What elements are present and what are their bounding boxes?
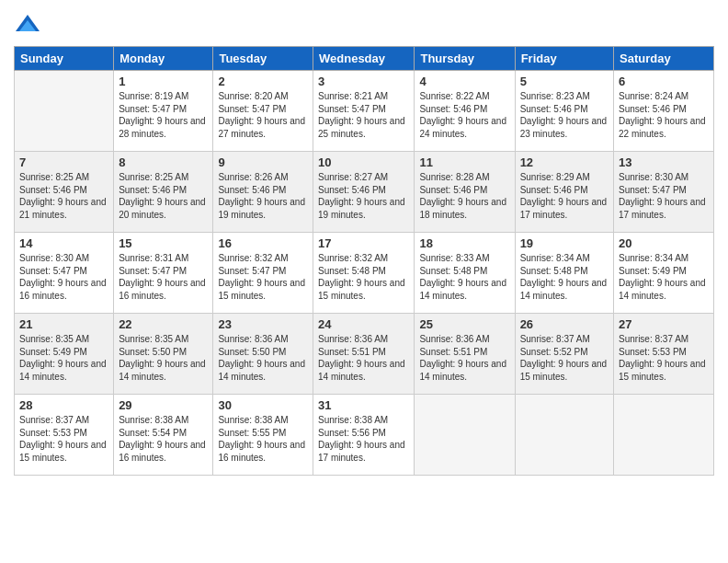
calendar-cell: 20Sunrise: 8:34 AMSunset: 5:49 PMDayligh… — [614, 233, 714, 314]
logo — [14, 13, 45, 40]
calendar-cell: 23Sunrise: 8:36 AMSunset: 5:50 PMDayligh… — [213, 314, 313, 395]
main-container: SundayMondayTuesdayWednesdayThursdayFrid… — [0, 0, 728, 485]
calendar-cell: 25Sunrise: 8:36 AMSunset: 5:51 PMDayligh… — [415, 314, 515, 395]
calendar-header-saturday: Saturday — [614, 47, 714, 71]
calendar-week-1: 7Sunrise: 8:25 AMSunset: 5:46 PMDaylight… — [15, 152, 714, 233]
calendar-cell: 22Sunrise: 8:35 AMSunset: 5:50 PMDayligh… — [114, 314, 213, 395]
day-info: Sunrise: 8:37 AMSunset: 5:53 PMDaylight:… — [619, 333, 709, 383]
calendar-cell: 28Sunrise: 8:37 AMSunset: 5:53 PMDayligh… — [15, 395, 114, 476]
calendar-header-sunday: Sunday — [15, 47, 114, 71]
header — [14, 9, 714, 40]
day-number: 30 — [218, 398, 308, 412]
day-number: 1 — [119, 75, 208, 88]
day-info: Sunrise: 8:26 AMSunset: 5:46 PMDaylight:… — [218, 171, 308, 221]
day-info: Sunrise: 8:36 AMSunset: 5:51 PMDaylight:… — [318, 333, 409, 383]
day-info: Sunrise: 8:27 AMSunset: 5:46 PMDaylight:… — [318, 171, 409, 221]
day-info: Sunrise: 8:38 AMSunset: 5:55 PMDaylight:… — [218, 414, 308, 464]
day-number: 21 — [19, 317, 108, 331]
calendar-cell: 21Sunrise: 8:35 AMSunset: 5:49 PMDayligh… — [15, 314, 114, 395]
logo-icon — [14, 13, 41, 40]
day-number: 28 — [19, 398, 108, 412]
calendar-cell: 29Sunrise: 8:38 AMSunset: 5:54 PMDayligh… — [114, 395, 213, 476]
calendar-cell — [515, 395, 613, 476]
calendar-cell: 9Sunrise: 8:26 AMSunset: 5:46 PMDaylight… — [213, 152, 313, 233]
day-info: Sunrise: 8:24 AMSunset: 5:46 PMDaylight:… — [619, 90, 709, 140]
calendar-cell: 6Sunrise: 8:24 AMSunset: 5:46 PMDaylight… — [614, 71, 714, 152]
day-number: 29 — [119, 398, 208, 412]
day-info: Sunrise: 8:30 AMSunset: 5:47 PMDaylight:… — [19, 252, 108, 302]
day-number: 3 — [318, 75, 409, 88]
calendar-cell: 24Sunrise: 8:36 AMSunset: 5:51 PMDayligh… — [313, 314, 415, 395]
day-number: 17 — [318, 236, 409, 250]
calendar-cell: 26Sunrise: 8:37 AMSunset: 5:52 PMDayligh… — [515, 314, 613, 395]
calendar-cell: 31Sunrise: 8:38 AMSunset: 5:56 PMDayligh… — [313, 395, 415, 476]
calendar-cell: 19Sunrise: 8:34 AMSunset: 5:48 PMDayligh… — [515, 233, 613, 314]
day-number: 20 — [619, 236, 709, 250]
day-info: Sunrise: 8:20 AMSunset: 5:47 PMDaylight:… — [218, 90, 308, 140]
day-number: 7 — [19, 155, 108, 169]
day-info: Sunrise: 8:37 AMSunset: 5:53 PMDaylight:… — [19, 414, 108, 464]
day-number: 18 — [419, 236, 509, 250]
day-number: 11 — [419, 155, 509, 169]
calendar-week-0: 1Sunrise: 8:19 AMSunset: 5:47 PMDaylight… — [15, 71, 714, 152]
day-number: 10 — [318, 155, 409, 169]
calendar-cell — [415, 395, 515, 476]
day-number: 27 — [619, 317, 709, 331]
calendar-cell: 11Sunrise: 8:28 AMSunset: 5:46 PMDayligh… — [415, 152, 515, 233]
calendar-cell: 12Sunrise: 8:29 AMSunset: 5:46 PMDayligh… — [515, 152, 613, 233]
calendar-week-2: 14Sunrise: 8:30 AMSunset: 5:47 PMDayligh… — [15, 233, 714, 314]
day-number: 23 — [218, 317, 308, 331]
day-number: 4 — [419, 75, 509, 88]
day-info: Sunrise: 8:30 AMSunset: 5:47 PMDaylight:… — [619, 171, 709, 221]
day-number: 24 — [318, 317, 409, 331]
day-number: 9 — [218, 155, 308, 169]
calendar-header-friday: Friday — [515, 47, 613, 71]
calendar-cell: 15Sunrise: 8:31 AMSunset: 5:47 PMDayligh… — [114, 233, 213, 314]
day-number: 19 — [520, 236, 609, 250]
calendar-cell: 3Sunrise: 8:21 AMSunset: 5:47 PMDaylight… — [313, 71, 415, 152]
day-info: Sunrise: 8:37 AMSunset: 5:52 PMDaylight:… — [520, 333, 609, 383]
day-info: Sunrise: 8:33 AMSunset: 5:48 PMDaylight:… — [419, 252, 509, 302]
calendar-week-4: 28Sunrise: 8:37 AMSunset: 5:53 PMDayligh… — [15, 395, 714, 476]
day-info: Sunrise: 8:28 AMSunset: 5:46 PMDaylight:… — [419, 171, 509, 221]
calendar-cell: 30Sunrise: 8:38 AMSunset: 5:55 PMDayligh… — [213, 395, 313, 476]
day-number: 22 — [119, 317, 208, 331]
day-info: Sunrise: 8:25 AMSunset: 5:46 PMDaylight:… — [119, 171, 208, 221]
calendar-week-3: 21Sunrise: 8:35 AMSunset: 5:49 PMDayligh… — [15, 314, 714, 395]
calendar-cell: 2Sunrise: 8:20 AMSunset: 5:47 PMDaylight… — [213, 71, 313, 152]
calendar-header-wednesday: Wednesday — [313, 47, 415, 71]
day-info: Sunrise: 8:22 AMSunset: 5:46 PMDaylight:… — [419, 90, 509, 140]
day-info: Sunrise: 8:34 AMSunset: 5:48 PMDaylight:… — [520, 252, 609, 302]
day-info: Sunrise: 8:38 AMSunset: 5:56 PMDaylight:… — [318, 414, 409, 464]
day-number: 25 — [419, 317, 509, 331]
day-info: Sunrise: 8:23 AMSunset: 5:46 PMDaylight:… — [520, 90, 609, 140]
calendar-cell: 1Sunrise: 8:19 AMSunset: 5:47 PMDaylight… — [114, 71, 213, 152]
day-number: 5 — [520, 75, 609, 88]
calendar-cell: 18Sunrise: 8:33 AMSunset: 5:48 PMDayligh… — [415, 233, 515, 314]
day-info: Sunrise: 8:35 AMSunset: 5:50 PMDaylight:… — [119, 333, 208, 383]
day-info: Sunrise: 8:38 AMSunset: 5:54 PMDaylight:… — [119, 414, 208, 464]
day-info: Sunrise: 8:34 AMSunset: 5:49 PMDaylight:… — [619, 252, 709, 302]
day-info: Sunrise: 8:21 AMSunset: 5:47 PMDaylight:… — [318, 90, 409, 140]
day-info: Sunrise: 8:19 AMSunset: 5:47 PMDaylight:… — [119, 90, 208, 140]
calendar-cell: 4Sunrise: 8:22 AMSunset: 5:46 PMDaylight… — [415, 71, 515, 152]
day-info: Sunrise: 8:25 AMSunset: 5:46 PMDaylight:… — [19, 171, 108, 221]
calendar-header-thursday: Thursday — [415, 47, 515, 71]
calendar-cell — [614, 395, 714, 476]
day-number: 26 — [520, 317, 609, 331]
day-info: Sunrise: 8:35 AMSunset: 5:49 PMDaylight:… — [19, 333, 108, 383]
day-number: 8 — [119, 155, 208, 169]
calendar-cell: 13Sunrise: 8:30 AMSunset: 5:47 PMDayligh… — [614, 152, 714, 233]
calendar-header-tuesday: Tuesday — [213, 47, 313, 71]
day-number: 15 — [119, 236, 208, 250]
day-info: Sunrise: 8:31 AMSunset: 5:47 PMDaylight:… — [119, 252, 208, 302]
calendar-cell: 8Sunrise: 8:25 AMSunset: 5:46 PMDaylight… — [114, 152, 213, 233]
day-number: 6 — [619, 75, 709, 88]
calendar-cell: 27Sunrise: 8:37 AMSunset: 5:53 PMDayligh… — [614, 314, 714, 395]
calendar-cell: 17Sunrise: 8:32 AMSunset: 5:48 PMDayligh… — [313, 233, 415, 314]
calendar-cell: 16Sunrise: 8:32 AMSunset: 5:47 PMDayligh… — [213, 233, 313, 314]
day-info: Sunrise: 8:29 AMSunset: 5:46 PMDaylight:… — [520, 171, 609, 221]
day-number: 14 — [19, 236, 108, 250]
calendar-cell: 10Sunrise: 8:27 AMSunset: 5:46 PMDayligh… — [313, 152, 415, 233]
calendar-table: SundayMondayTuesdayWednesdayThursdayFrid… — [14, 46, 714, 476]
